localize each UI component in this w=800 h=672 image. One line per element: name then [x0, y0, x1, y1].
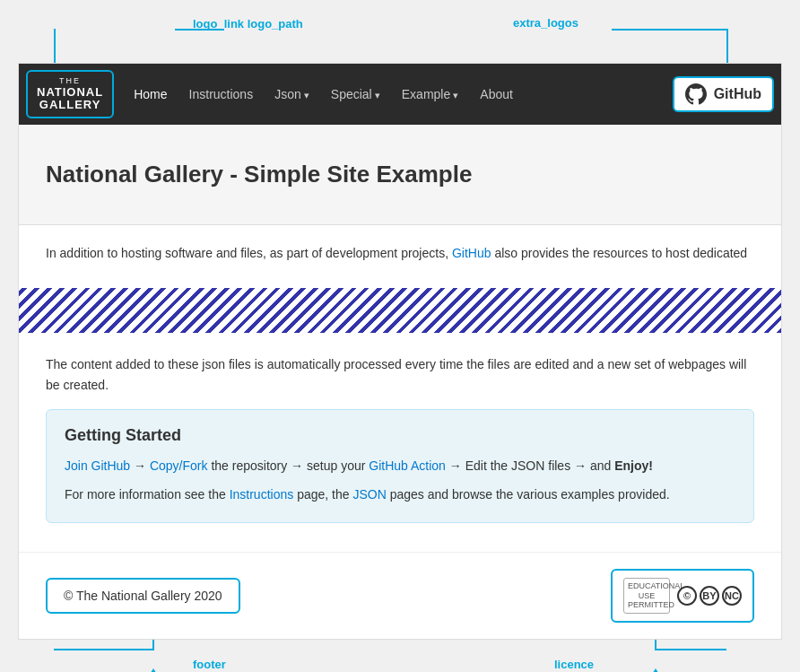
hero-title-bold: Simple Site: [244, 161, 370, 188]
github-button[interactable]: GitHub: [673, 76, 774, 112]
arrow-line-extra: [612, 29, 728, 31]
gs-line2-end: pages and browse the various examples pr…: [390, 487, 670, 502]
footer-copyright: © The National Gallery 2020: [46, 578, 240, 614]
getting-started-title: Getting Started: [65, 426, 735, 445]
content-intro-section: In addition to hosting software and file…: [19, 225, 781, 281]
diagonal-pattern: [19, 288, 781, 333]
copy-fork-link[interactable]: Copy/Fork: [150, 458, 208, 473]
arrow-line-logo: [175, 29, 224, 31]
nav-item-json[interactable]: Json: [265, 80, 318, 109]
getting-started-line2: For more information see the Instruction…: [65, 484, 735, 506]
json-link[interactable]: JSON: [352, 487, 386, 502]
content-intro-text: In addition to hosting software and file…: [46, 243, 754, 263]
github-action-link[interactable]: GitHub Action: [369, 458, 446, 473]
instructions-link[interactable]: Instructions: [230, 487, 294, 502]
logo-gallery: GALLERY: [37, 99, 103, 111]
intro-text-after: also provides the resources to host dedi…: [491, 246, 748, 260]
licence-edu-badge: EDUCATIONAL USE PERMITTED: [623, 578, 670, 614]
content-body-section: The content added to these json files is…: [19, 340, 781, 551]
logo-national: NATIONAL: [37, 86, 103, 99]
cc-main-icon: ©: [677, 586, 697, 606]
navbar-nav: Home Instructions Json Special Example A…: [125, 80, 672, 109]
getting-started-box: Getting Started Join GitHub → Copy/Fork …: [46, 409, 754, 523]
page-wrapper: logo_link logo_path extra_logos footer l…: [0, 0, 800, 672]
hero-section: National Gallery - Simple Site Example: [19, 125, 781, 225]
enjoy-text: Enjoy!: [614, 458, 653, 473]
intro-text-before: In addition to hosting software and file…: [46, 246, 452, 260]
nav-item-instructions[interactable]: Instructions: [180, 80, 263, 109]
nav-item-special[interactable]: Special: [322, 80, 389, 109]
github-label: GitHub: [714, 86, 761, 102]
gs-line2-mid: page, the: [297, 487, 352, 502]
gs-text-3: → Edit the JSON files → and: [449, 458, 614, 473]
annotation-footer: footer: [193, 658, 226, 671]
github-link[interactable]: GitHub: [452, 246, 491, 260]
arrow-licence-h: [655, 649, 726, 650]
annotation-extra-logos: extra_logos: [513, 16, 578, 30]
hero-title: National Gallery - Simple Site Example: [46, 161, 754, 188]
nav-item-about[interactable]: About: [471, 80, 522, 109]
arrow-1: →: [134, 458, 150, 473]
navbar: THE NATIONAL GALLERY Home Instructions J…: [19, 64, 781, 125]
arrow-head-licence: [651, 668, 660, 672]
gs-text-2: the repository → setup your: [211, 458, 369, 473]
getting-started-line1: Join GitHub → Copy/Fork the repository →…: [65, 456, 735, 477]
nav-item-example[interactable]: Example: [393, 80, 468, 109]
footer: © The National Gallery 2020 EDUCATIONAL …: [19, 552, 781, 639]
arrow-head-footer: [149, 668, 158, 672]
hero-title-end: Example: [370, 161, 472, 188]
site-wrapper: THE NATIONAL GALLERY Home Instructions J…: [18, 63, 782, 640]
edu-line1: EDUCATIONAL: [628, 581, 665, 591]
navbar-logo[interactable]: THE NATIONAL GALLERY: [26, 70, 114, 118]
footer-licence: EDUCATIONAL USE PERMITTED © BY NC: [611, 569, 754, 623]
join-github-link[interactable]: Join GitHub: [65, 458, 130, 473]
gs-line2-pre: For more information see the: [65, 487, 230, 502]
licence-cc-icons: © BY NC: [677, 586, 742, 606]
nav-item-home[interactable]: Home: [125, 80, 176, 109]
content-body-text: The content added to these json files is…: [46, 354, 754, 395]
annotation-licence: licence: [554, 658, 594, 671]
cc-by-icon: BY: [700, 586, 719, 606]
cc-nc-icon: NC: [722, 586, 742, 606]
github-icon: [685, 83, 707, 105]
hero-title-start: National Gallery -: [46, 161, 244, 188]
arrow-footer-h: [54, 649, 152, 650]
edu-line2: USE PERMITTED: [628, 591, 665, 611]
